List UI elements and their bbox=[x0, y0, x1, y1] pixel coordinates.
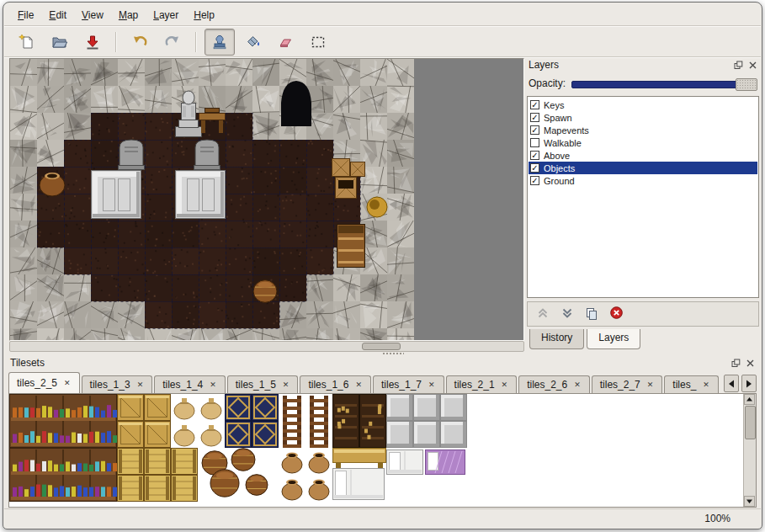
tab-scroll-arrows bbox=[721, 375, 757, 392]
undo-button[interactable] bbox=[125, 29, 155, 56]
fill-tool-icon bbox=[244, 34, 261, 51]
dock-tab-history[interactable]: History bbox=[529, 329, 584, 349]
tab-close-icon[interactable]: ✕ bbox=[573, 380, 582, 389]
float-panel-icon[interactable] bbox=[730, 358, 741, 368]
close-panel-icon[interactable] bbox=[747, 60, 757, 70]
fill-tool-button[interactable] bbox=[237, 29, 268, 56]
scroll-tabs-left-button[interactable] bbox=[724, 375, 739, 392]
map-view bbox=[9, 58, 524, 352]
layer-visibility-checkbox[interactable] bbox=[530, 151, 539, 160]
lower-layer-button[interactable] bbox=[560, 306, 574, 322]
scroll-down-button[interactable] bbox=[744, 496, 755, 507]
eraser-tool-button[interactable] bbox=[270, 29, 300, 56]
scroll-tabs-right-button[interactable] bbox=[741, 375, 757, 392]
tileset-canvas[interactable] bbox=[9, 394, 467, 502]
save-button[interactable] bbox=[77, 29, 108, 56]
layer-row-ground[interactable]: Ground bbox=[529, 174, 757, 187]
tab-close-icon[interactable]: ✕ bbox=[501, 380, 509, 389]
undo-icon bbox=[131, 34, 148, 51]
map-canvas[interactable] bbox=[9, 58, 524, 341]
opacity-slider[interactable] bbox=[571, 78, 757, 89]
tileset-tab-tiles_1_7[interactable]: tiles_1_7✕ bbox=[373, 375, 444, 393]
layer-name: Keys bbox=[544, 100, 564, 110]
layer-row-keys[interactable]: Keys bbox=[529, 98, 757, 111]
stamp-tool-button[interactable] bbox=[205, 29, 235, 56]
tileset-tab-tiles_1_3[interactable]: tiles_1_3✕ bbox=[82, 375, 153, 393]
delete-layer-button[interactable] bbox=[609, 306, 624, 322]
raise-layer-button[interactable] bbox=[536, 306, 550, 322]
scrollbar-thumb[interactable] bbox=[745, 406, 756, 439]
menu-view[interactable]: View bbox=[74, 7, 111, 24]
new-file-icon bbox=[19, 34, 35, 51]
tileset-tab-label: tiles_1_7 bbox=[381, 379, 422, 391]
tab-close-icon[interactable]: ✕ bbox=[354, 380, 363, 389]
tab-close-icon[interactable]: ✕ bbox=[209, 380, 217, 389]
menu-map[interactable]: Map bbox=[111, 7, 146, 24]
zoom-level: 100% bbox=[704, 513, 730, 524]
menu-layer[interactable]: Layer bbox=[146, 7, 186, 24]
layer-name: Above bbox=[544, 151, 570, 161]
scroll-up-button[interactable] bbox=[744, 394, 755, 405]
scrollbar-thumb[interactable] bbox=[362, 343, 401, 350]
layer-row-objects[interactable]: Objects bbox=[529, 162, 757, 174]
dock-tab-layers[interactable]: Layers bbox=[587, 329, 640, 349]
tileset-tab-tiles_1_4[interactable]: tiles_1_4✕ bbox=[154, 375, 226, 393]
duplicate-layer-button[interactable] bbox=[585, 306, 598, 322]
layer-name: Mapevents bbox=[544, 125, 589, 136]
layer-name: Objects bbox=[544, 163, 575, 173]
float-panel-icon[interactable] bbox=[733, 60, 743, 70]
tileset-tab-label: tiles_2_7 bbox=[600, 379, 640, 391]
new-file-button[interactable] bbox=[12, 29, 42, 56]
redo-button[interactable] bbox=[157, 29, 188, 56]
tab-close-icon[interactable]: ✕ bbox=[136, 380, 145, 389]
layer-row-walkable[interactable]: Walkable bbox=[529, 136, 757, 149]
menu-separator bbox=[4, 25, 761, 27]
layer-row-mapevents[interactable]: Mapevents bbox=[529, 124, 757, 136]
app-window: FileEditViewMapLayerHelp bbox=[3, 2, 762, 529]
layer-visibility-checkbox[interactable] bbox=[530, 138, 539, 147]
open-file-button[interactable] bbox=[45, 29, 75, 56]
tileset-tab-label: tiles_1_4 bbox=[162, 379, 203, 391]
layer-visibility-checkbox[interactable] bbox=[530, 125, 539, 135]
close-panel-icon[interactable] bbox=[745, 358, 755, 368]
tilesets-panel-header: Tilesets bbox=[8, 356, 757, 370]
tileset-tab-label: tiles_1_3 bbox=[90, 379, 130, 391]
status-bar: 100% bbox=[4, 508, 761, 528]
layers-panel: Layers Opacity: KeysSpawnMapeventsWalkab… bbox=[527, 58, 759, 349]
opacity-slider-handle[interactable] bbox=[736, 78, 757, 91]
tileset-vertical-scrollbar[interactable] bbox=[743, 394, 756, 507]
tileset-tab-tiles_2_6[interactable]: tiles_2_6✕ bbox=[518, 375, 590, 393]
tab-close-icon[interactable]: ✕ bbox=[63, 379, 72, 387]
layers-panel-title: Layers bbox=[529, 59, 729, 71]
layer-visibility-checkbox[interactable] bbox=[530, 163, 539, 173]
layer-name: Spawn bbox=[544, 113, 572, 123]
tileset-tab-label: tiles_1_5 bbox=[236, 379, 276, 391]
redo-icon bbox=[164, 34, 181, 51]
layer-visibility-checkbox[interactable] bbox=[530, 113, 539, 122]
select-tool-icon bbox=[310, 34, 327, 51]
menu-file[interactable]: File bbox=[10, 7, 41, 24]
layer-visibility-checkbox[interactable] bbox=[530, 176, 539, 185]
tab-close-icon[interactable]: ✕ bbox=[702, 380, 710, 389]
horizontal-splitter[interactable] bbox=[8, 351, 757, 355]
tileset-tab-tiles_2_5[interactable]: tiles_2_5✕ bbox=[8, 372, 80, 393]
tab-close-icon[interactable]: ✕ bbox=[282, 380, 290, 389]
layer-row-above[interactable]: Above bbox=[529, 149, 757, 162]
tileset-tab-tiles_2_1[interactable]: tiles_2_1✕ bbox=[446, 375, 518, 393]
tileset-tab-tiles[interactable]: tiles_✕ bbox=[664, 375, 719, 393]
menu-help[interactable]: Help bbox=[186, 7, 222, 24]
tileset-tab-label: tiles_ bbox=[672, 379, 696, 391]
tileset-tab-tiles_2_7[interactable]: tiles_2_7✕ bbox=[592, 375, 663, 393]
layer-row-spawn[interactable]: Spawn bbox=[529, 111, 757, 124]
dock-tabs: HistoryLayers bbox=[527, 329, 759, 349]
tab-close-icon[interactable]: ✕ bbox=[428, 380, 436, 389]
menu-edit[interactable]: Edit bbox=[41, 7, 74, 24]
tab-close-icon[interactable]: ✕ bbox=[646, 380, 655, 389]
tileset-tab-label: tiles_2_5 bbox=[17, 377, 57, 389]
select-tool-button[interactable] bbox=[303, 29, 333, 56]
tileset-tab-tiles_1_5[interactable]: tiles_1_5✕ bbox=[227, 375, 299, 393]
tileset-tab-label: tiles_2_1 bbox=[454, 379, 495, 391]
tileset-tab-tiles_1_6[interactable]: tiles_1_6✕ bbox=[300, 375, 371, 393]
opacity-slider-track[interactable] bbox=[571, 81, 757, 88]
layer-visibility-checkbox[interactable] bbox=[530, 100, 539, 109]
